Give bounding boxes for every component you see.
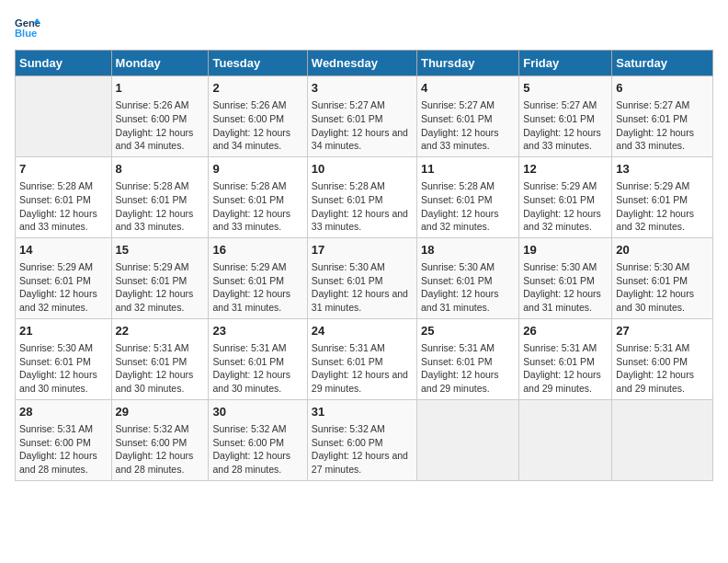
- day-number: 9: [212, 161, 302, 178]
- cell-info: Sunrise: 5:28 AMSunset: 6:01 PMDaylight:…: [312, 179, 413, 234]
- calendar-cell: [612, 399, 713, 480]
- calendar-cell: 5Sunrise: 5:27 AMSunset: 6:01 PMDaylight…: [519, 76, 612, 157]
- day-number: 3: [312, 80, 413, 97]
- day-number: 5: [523, 80, 608, 97]
- cell-info: Sunrise: 5:32 AMSunset: 6:00 PMDaylight:…: [212, 422, 302, 477]
- day-number: 7: [19, 161, 108, 178]
- svg-text:Blue: Blue: [15, 28, 37, 39]
- day-number: 10: [312, 161, 413, 178]
- col-header-saturday: Saturday: [612, 51, 713, 76]
- cell-info: Sunrise: 5:31 AMSunset: 6:01 PMDaylight:…: [116, 341, 205, 396]
- calendar-table: SundayMondayTuesdayWednesdayThursdayFrid…: [15, 50, 713, 481]
- calendar-cell: 27Sunrise: 5:31 AMSunset: 6:00 PMDayligh…: [612, 318, 713, 399]
- day-number: 14: [19, 242, 108, 259]
- week-row-4: 21Sunrise: 5:30 AMSunset: 6:01 PMDayligh…: [16, 318, 713, 399]
- cell-info: Sunrise: 5:32 AMSunset: 6:00 PMDaylight:…: [312, 422, 413, 477]
- day-number: 25: [421, 323, 515, 339]
- calendar-cell: 17Sunrise: 5:30 AMSunset: 6:01 PMDayligh…: [307, 237, 416, 318]
- day-number: 12: [523, 161, 608, 178]
- cell-info: Sunrise: 5:32 AMSunset: 6:00 PMDaylight:…: [116, 422, 205, 477]
- cell-info: Sunrise: 5:30 AMSunset: 6:01 PMDaylight:…: [616, 260, 709, 315]
- day-number: 17: [312, 242, 413, 259]
- col-header-tuesday: Tuesday: [209, 51, 307, 76]
- day-number: 18: [421, 242, 515, 259]
- calendar-cell: 13Sunrise: 5:29 AMSunset: 6:01 PMDayligh…: [612, 156, 713, 237]
- col-header-monday: Monday: [111, 51, 209, 76]
- calendar-cell: 2Sunrise: 5:26 AMSunset: 6:00 PMDaylight…: [209, 76, 307, 157]
- day-number: 20: [616, 242, 709, 259]
- calendar-cell: 21Sunrise: 5:30 AMSunset: 6:01 PMDayligh…: [16, 318, 112, 399]
- day-number: 26: [523, 323, 608, 339]
- day-number: 13: [616, 161, 709, 178]
- day-number: 19: [523, 242, 608, 259]
- calendar-cell: 14Sunrise: 5:29 AMSunset: 6:01 PMDayligh…: [16, 237, 112, 318]
- calendar-cell: 1Sunrise: 5:26 AMSunset: 6:00 PMDaylight…: [111, 76, 209, 157]
- cell-info: Sunrise: 5:28 AMSunset: 6:01 PMDaylight:…: [116, 179, 205, 234]
- cell-info: Sunrise: 5:30 AMSunset: 6:01 PMDaylight:…: [421, 260, 515, 315]
- cell-info: Sunrise: 5:30 AMSunset: 6:01 PMDaylight:…: [523, 260, 608, 315]
- calendar-cell: 8Sunrise: 5:28 AMSunset: 6:01 PMDaylight…: [111, 156, 209, 237]
- calendar-cell: 11Sunrise: 5:28 AMSunset: 6:01 PMDayligh…: [416, 156, 518, 237]
- day-number: 22: [116, 323, 205, 339]
- day-number: 23: [212, 323, 302, 339]
- cell-info: Sunrise: 5:30 AMSunset: 6:01 PMDaylight:…: [19, 341, 108, 396]
- cell-info: Sunrise: 5:27 AMSunset: 6:01 PMDaylight:…: [312, 98, 413, 153]
- cell-info: Sunrise: 5:31 AMSunset: 6:00 PMDaylight:…: [19, 422, 108, 477]
- calendar-cell: 9Sunrise: 5:28 AMSunset: 6:01 PMDaylight…: [209, 156, 307, 237]
- cell-info: Sunrise: 5:27 AMSunset: 6:01 PMDaylight:…: [523, 98, 608, 153]
- week-row-2: 7Sunrise: 5:28 AMSunset: 6:01 PMDaylight…: [16, 156, 713, 237]
- calendar-cell: 29Sunrise: 5:32 AMSunset: 6:00 PMDayligh…: [111, 399, 209, 480]
- cell-info: Sunrise: 5:31 AMSunset: 6:00 PMDaylight:…: [616, 341, 709, 396]
- day-number: 8: [116, 161, 205, 178]
- day-number: 1: [116, 80, 205, 97]
- calendar-cell: 4Sunrise: 5:27 AMSunset: 6:01 PMDaylight…: [416, 76, 518, 157]
- calendar-cell: 25Sunrise: 5:31 AMSunset: 6:01 PMDayligh…: [416, 318, 518, 399]
- col-header-sunday: Sunday: [16, 51, 112, 76]
- day-number: 6: [616, 80, 709, 97]
- cell-info: Sunrise: 5:29 AMSunset: 6:01 PMDaylight:…: [523, 179, 608, 234]
- calendar-cell: 10Sunrise: 5:28 AMSunset: 6:01 PMDayligh…: [307, 156, 416, 237]
- calendar-cell: 16Sunrise: 5:29 AMSunset: 6:01 PMDayligh…: [209, 237, 307, 318]
- calendar-cell: 20Sunrise: 5:30 AMSunset: 6:01 PMDayligh…: [612, 237, 713, 318]
- cell-info: Sunrise: 5:28 AMSunset: 6:01 PMDaylight:…: [19, 179, 108, 234]
- day-number: 30: [212, 404, 302, 420]
- calendar-cell: 15Sunrise: 5:29 AMSunset: 6:01 PMDayligh…: [111, 237, 209, 318]
- week-row-5: 28Sunrise: 5:31 AMSunset: 6:00 PMDayligh…: [16, 399, 713, 480]
- day-number: 29: [116, 404, 205, 420]
- calendar-cell: [16, 76, 112, 157]
- col-header-friday: Friday: [519, 51, 612, 76]
- cell-info: Sunrise: 5:26 AMSunset: 6:00 PMDaylight:…: [212, 98, 302, 153]
- logo: General Blue: [15, 15, 44, 40]
- calendar-cell: 18Sunrise: 5:30 AMSunset: 6:01 PMDayligh…: [416, 237, 518, 318]
- day-number: 15: [116, 242, 205, 259]
- day-number: 11: [421, 161, 515, 178]
- calendar-cell: 12Sunrise: 5:29 AMSunset: 6:01 PMDayligh…: [519, 156, 612, 237]
- week-row-3: 14Sunrise: 5:29 AMSunset: 6:01 PMDayligh…: [16, 237, 713, 318]
- day-number: 27: [616, 323, 709, 339]
- header: General Blue: [15, 15, 713, 40]
- cell-info: Sunrise: 5:31 AMSunset: 6:01 PMDaylight:…: [421, 341, 515, 396]
- cell-info: Sunrise: 5:29 AMSunset: 6:01 PMDaylight:…: [116, 260, 205, 315]
- cell-info: Sunrise: 5:31 AMSunset: 6:01 PMDaylight:…: [312, 341, 413, 396]
- calendar-cell: [519, 399, 612, 480]
- calendar-cell: 26Sunrise: 5:31 AMSunset: 6:01 PMDayligh…: [519, 318, 612, 399]
- col-header-wednesday: Wednesday: [307, 51, 416, 76]
- header-row: SundayMondayTuesdayWednesdayThursdayFrid…: [16, 51, 713, 76]
- day-number: 24: [312, 323, 413, 339]
- calendar-cell: 22Sunrise: 5:31 AMSunset: 6:01 PMDayligh…: [111, 318, 209, 399]
- calendar-cell: 7Sunrise: 5:28 AMSunset: 6:01 PMDaylight…: [16, 156, 112, 237]
- calendar-cell: 24Sunrise: 5:31 AMSunset: 6:01 PMDayligh…: [307, 318, 416, 399]
- logo-icon: General Blue: [15, 15, 40, 40]
- col-header-thursday: Thursday: [416, 51, 518, 76]
- day-number: 2: [212, 80, 302, 97]
- day-number: 21: [19, 323, 108, 339]
- cell-info: Sunrise: 5:29 AMSunset: 6:01 PMDaylight:…: [19, 260, 108, 315]
- calendar-cell: [416, 399, 518, 480]
- calendar-cell: 23Sunrise: 5:31 AMSunset: 6:01 PMDayligh…: [209, 318, 307, 399]
- calendar-cell: 30Sunrise: 5:32 AMSunset: 6:00 PMDayligh…: [209, 399, 307, 480]
- day-number: 28: [19, 404, 108, 420]
- calendar-cell: 28Sunrise: 5:31 AMSunset: 6:00 PMDayligh…: [16, 399, 112, 480]
- calendar-cell: 6Sunrise: 5:27 AMSunset: 6:01 PMDaylight…: [612, 76, 713, 157]
- cell-info: Sunrise: 5:27 AMSunset: 6:01 PMDaylight:…: [616, 98, 709, 153]
- cell-info: Sunrise: 5:31 AMSunset: 6:01 PMDaylight:…: [523, 341, 608, 396]
